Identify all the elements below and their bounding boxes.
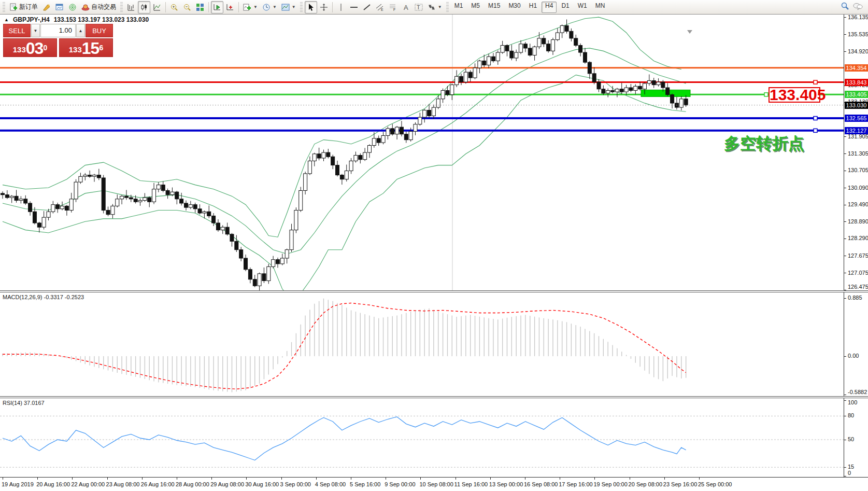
price-tick-label: 126.475 [848, 284, 868, 290]
time-tick [177, 478, 177, 480]
timeframe-button-D1[interactable]: D1 [558, 2, 573, 13]
chart-profile-button[interactable] [53, 1, 66, 13]
sell-price-panel[interactable]: 133 03 0 [3, 38, 57, 57]
time-tick-label: 19 Sep 00:00 [593, 481, 627, 487]
buy-button[interactable]: BUY [86, 24, 113, 37]
macd-axis[interactable]: 0.8850.00-0.5882 [844, 292, 868, 396]
candlestick-chart[interactable] [0, 15, 844, 290]
auto-scroll-button[interactable] [211, 1, 223, 13]
rsi-chart[interactable] [0, 398, 844, 477]
time-tick-label: 20 Sep 08:00 [629, 481, 662, 487]
time-tick-label: 26 Aug 16:00 [141, 481, 175, 487]
macd-pane[interactable]: MACD(12,26,9) -0.3317 -0.2523 [0, 292, 844, 396]
tile-windows-button[interactable] [194, 1, 206, 13]
price-tick [844, 171, 846, 171]
candlestick-chart-button[interactable] [138, 1, 150, 13]
toolbar-drag-handle[interactable] [446, 2, 449, 12]
macd-caption: MACD(12,26,9) -0.3317 -0.2523 [3, 294, 84, 300]
time-tick-label: 9 Sep 00:00 [385, 481, 415, 487]
horizontal-line-button[interactable] [348, 1, 360, 13]
zoom-out-button[interactable] [181, 1, 193, 13]
rsi-line [3, 417, 686, 460]
arrows-icon [428, 3, 436, 11]
text-button[interactable]: A [400, 1, 412, 13]
time-axis[interactable]: 19 Aug 201920 Aug 16:0022 Aug 00:0023 Au… [0, 477, 868, 491]
chart-shift-marker-icon[interactable] [687, 30, 692, 34]
trendline-button[interactable] [361, 1, 373, 13]
timeframe-button-M1[interactable]: M1 [451, 2, 467, 13]
zoom-in-button[interactable] [168, 1, 180, 13]
time-tick-label: 23 Sep 16:00 [663, 481, 697, 487]
vertical-line-button[interactable] [335, 1, 347, 13]
search-icon[interactable] [841, 2, 849, 12]
price-axis[interactable]: 136.135135.535134.920133.720133.130131.9… [844, 15, 868, 290]
time-tick [456, 478, 456, 480]
main-toolbar: 新订单 自动交易 ▼ ▼ ▼ E F A T ▼ M1M5M15M30H1H4D… [0, 0, 868, 15]
toolbar-drag-handle[interactable] [3, 2, 5, 12]
volume-input[interactable]: 1.00 [40, 24, 76, 37]
timeframe-button-W1[interactable]: W1 [574, 2, 591, 13]
sell-button[interactable]: SELL [3, 24, 31, 37]
main-chart-pane[interactable]: ▲ GBPJPY-,H4 133.153 133.197 133.023 133… [0, 15, 844, 290]
channel-icon: E [376, 3, 384, 11]
level-price-label: 133.843 [845, 79, 868, 86]
time-tick-label: 11 Sep 16:00 [454, 481, 488, 487]
rsi-tick [844, 440, 846, 440]
new-order-label: 新订单 [19, 3, 38, 11]
macd-chart[interactable] [0, 292, 844, 396]
arrows-button[interactable]: ▼ [425, 1, 444, 13]
price-tick-label: 130.705 [848, 167, 868, 173]
timeframe-button-M5[interactable]: M5 [467, 2, 483, 13]
cursor-button[interactable] [305, 1, 317, 13]
timeframe-button-MN[interactable]: MN [592, 2, 609, 13]
chat-icon[interactable] [852, 2, 863, 12]
toolbar-drag-handle[interactable] [300, 2, 303, 12]
rsi-caption: RSI(14) 37.0167 [3, 400, 45, 406]
time-tick-label: 22 Aug 00:00 [71, 481, 105, 487]
rsi-tick [844, 476, 846, 476]
crosshair-icon [320, 3, 328, 11]
rsi-tick [844, 467, 846, 468]
fibonacci-button[interactable]: F [387, 1, 399, 13]
vertical-line-icon [337, 3, 345, 11]
signals-button[interactable] [66, 1, 79, 13]
line-handle-132.565[interactable] [814, 117, 817, 120]
price-callout-box[interactable]: 133.405 [769, 87, 820, 103]
line-handle-133.405[interactable] [764, 93, 768, 96]
symbol-triangle-icon: ▲ [4, 17, 9, 22]
new-order-button[interactable]: 新订单 [7, 1, 40, 13]
timeframe-toolbar: M1M5M15M30H1H4D1W1MN [451, 2, 609, 13]
rsi-pane[interactable]: RSI(14) 37.0167 [0, 398, 844, 477]
periods-button[interactable]: ▼ [260, 1, 279, 13]
volume-decrease-button[interactable]: ▼ [31, 24, 40, 37]
rsi-tick-label: 15 [848, 464, 854, 470]
timeframe-button-M15[interactable]: M15 [485, 2, 504, 13]
line-handle-133.843[interactable] [814, 80, 817, 84]
timeframe-button-H1[interactable]: H1 [525, 2, 540, 13]
timeframe-button-H4[interactable]: H4 [542, 2, 557, 13]
chart-shift-button[interactable] [224, 1, 236, 13]
indicators-button[interactable]: ▼ [241, 1, 260, 13]
volume-increase-button[interactable]: ▲ [76, 24, 85, 37]
line-chart-button[interactable] [151, 1, 163, 13]
equidistant-channel-button[interactable]: E [374, 1, 386, 13]
price-tick-label: 128.890 [848, 218, 868, 225]
auto-trading-button[interactable]: 自动交易 [79, 1, 118, 13]
line-handle-132.127[interactable] [814, 129, 817, 132]
crayon-icon [42, 3, 51, 11]
buy-price-panel[interactable]: 133 15 6 [59, 38, 113, 57]
candlestick-icon [140, 3, 148, 11]
chinese-annotation-text[interactable]: 多空转折点 [724, 133, 804, 155]
text-label-button[interactable]: T [412, 1, 425, 13]
svg-text:E: E [381, 8, 383, 11]
time-tick [107, 478, 108, 480]
ohlc-values: 133.153 133.197 133.023 133.030 [54, 16, 149, 23]
bar-chart-button[interactable] [125, 1, 137, 13]
rsi-axis[interactable]: 1008050150 [844, 398, 868, 477]
price-tick [844, 153, 846, 154]
timeframe-button-M30[interactable]: M30 [505, 2, 524, 13]
crayon-button[interactable] [40, 1, 53, 13]
toolbar-drag-handle[interactable] [120, 2, 123, 12]
templates-button[interactable]: ▼ [279, 1, 298, 13]
crosshair-button[interactable] [318, 1, 330, 13]
